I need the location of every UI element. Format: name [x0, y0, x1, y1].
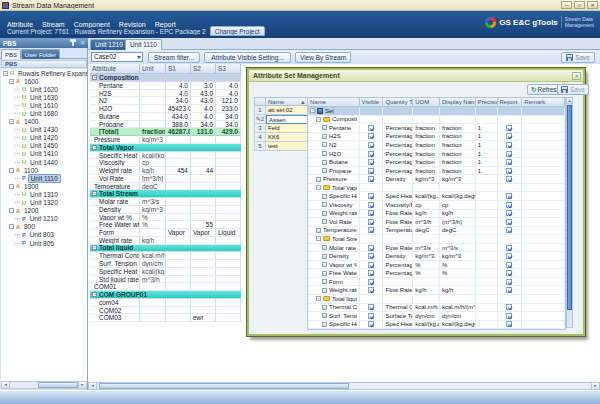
report-cell[interactable]: [498, 167, 523, 176]
scroll-right-icon[interactable]: ►: [591, 383, 599, 389]
unit-cell[interactable]: cp: [140, 159, 166, 167]
tree-item-unit-1680[interactable]: UUnit 1680: [1, 109, 87, 117]
tree-item-unit-1210[interactable]: PUnit 1210: [1, 215, 87, 223]
unit-cell[interactable]: m^3/s: [140, 198, 166, 206]
expand-icon[interactable]: -: [92, 292, 97, 297]
change-project-button[interactable]: Change Project: [210, 26, 265, 36]
checkbox-checked-icon[interactable]: [368, 279, 374, 285]
set-list-row-assen[interactable]: ✎2Assen: [254, 115, 308, 124]
attribute-row-n2[interactable]: N2Percentagefractionfraction1: [308, 141, 565, 150]
precision-cell[interactable]: [476, 295, 498, 304]
checkbox-checked-icon[interactable]: [368, 193, 374, 199]
tree-item-unit-1410[interactable]: UUnit 1410: [1, 150, 87, 158]
close-icon[interactable]: ✕: [587, 1, 598, 9]
uom-cell[interactable]: dyn/cm: [413, 312, 440, 321]
report-cell[interactable]: [498, 141, 523, 150]
tree-item-1300[interactable]: -A1300: [1, 182, 87, 190]
visible-cell[interactable]: [360, 167, 384, 176]
report-cell[interactable]: [498, 286, 523, 295]
value-cell-s2[interactable]: [191, 214, 216, 222]
value-cell-s3[interactable]: 34.0: [216, 121, 241, 129]
value-cell-s1[interactable]: [166, 221, 191, 229]
attribute-name-cell[interactable]: Density: [308, 252, 360, 261]
value-cell-s2[interactable]: 4.0: [191, 105, 216, 113]
visible-cell[interactable]: [360, 244, 384, 253]
tree-item-unit-1420[interactable]: UUnit 1420: [1, 134, 87, 142]
attribute-name-cell[interactable]: H2S: [308, 133, 360, 142]
attribute-row-set[interactable]: -Set: [308, 107, 565, 116]
qtype-cell[interactable]: Percentage: [383, 261, 413, 270]
unit-cell[interactable]: kg/h: [140, 237, 166, 245]
uom-cell[interactable]: %: [413, 269, 440, 278]
expand-icon[interactable]: -: [9, 168, 14, 173]
unit-cell[interactable]: %: [140, 221, 166, 229]
scroll-left-icon[interactable]: ◄: [2, 382, 10, 388]
attribute-row-h2o[interactable]: H2OPercentagefractionfraction1: [308, 150, 565, 159]
value-cell-s3[interactable]: [216, 252, 241, 260]
scroll-thumb[interactable]: [99, 383, 349, 389]
unit-cell[interactable]: kg/m^3: [140, 206, 166, 214]
checkbox-checked-icon[interactable]: [506, 176, 512, 182]
qtype-cell[interactable]: Percentage: [383, 124, 413, 133]
precision-cell[interactable]: [476, 218, 498, 227]
unit-cell[interactable]: [140, 314, 166, 322]
attribute-name-cell[interactable]: Vapor wt %: [308, 261, 360, 270]
precision-cell[interactable]: 1: [476, 150, 498, 159]
panel-tab-user-folder[interactable]: User Folder: [21, 49, 60, 59]
report-cell[interactable]: [498, 158, 523, 167]
report-cell[interactable]: [498, 278, 523, 287]
column-header-name[interactable]: Name: [308, 98, 360, 107]
qtype-cell[interactable]: [383, 278, 413, 287]
value-cell-s2[interactable]: [191, 307, 216, 315]
remark-cell[interactable]: [522, 244, 565, 253]
visible-cell[interactable]: [360, 107, 384, 116]
case-select[interactable]: Case02: [91, 52, 143, 62]
value-cell-s2[interactable]: Vapor: [191, 229, 216, 237]
value-cell-s3[interactable]: [216, 198, 241, 206]
column-header-precision[interactable]: Precision: [476, 98, 498, 107]
value-cell-s3[interactable]: [216, 307, 241, 315]
qtype-cell[interactable]: Temperature: [383, 227, 413, 236]
value-cell-s2[interactable]: 43.0: [191, 97, 216, 105]
attribute-cell[interactable]: H2S: [90, 90, 140, 98]
value-cell-s1[interactable]: 434.0: [166, 113, 191, 121]
visible-cell[interactable]: [360, 269, 384, 278]
value-cell-s1[interactable]: 34.0: [166, 97, 191, 105]
attribute-row-butane[interactable]: ButanePercentagefractionfraction1: [308, 158, 565, 167]
attribute-cell[interactable]: Molar rate: [90, 198, 140, 206]
uom-cell[interactable]: kg/h: [413, 286, 440, 295]
precision-cell[interactable]: [476, 107, 498, 116]
qtype-cell[interactable]: Spec Heat Cap...: [383, 321, 413, 330]
unit-cell[interactable]: [140, 82, 166, 90]
set-name-cell[interactable]: Feld: [266, 124, 308, 133]
qtype-cell[interactable]: Flow Rate (Vol): [383, 244, 413, 253]
set-list-row-feld[interactable]: 3Feld: [254, 124, 308, 133]
tree-item-unit-1630[interactable]: UUnit 1630: [1, 93, 87, 101]
precision-cell[interactable]: 1: [476, 141, 498, 150]
uom-cell[interactable]: kg/m^3: [413, 175, 440, 184]
precision-cell[interactable]: [476, 269, 498, 278]
visible-cell[interactable]: [360, 312, 384, 321]
tree-item-1400[interactable]: -A1400: [1, 118, 87, 126]
remark-cell[interactable]: [522, 192, 565, 201]
checkbox-checked-icon[interactable]: [368, 227, 374, 233]
display-cell[interactable]: kcal/(kg.degC): [440, 321, 476, 330]
qtype-cell[interactable]: Flow Rate (Mass): [383, 210, 413, 219]
precision-cell[interactable]: [476, 201, 498, 210]
main-save-button[interactable]: Save: [561, 52, 595, 63]
checkbox-checked-icon[interactable]: [368, 245, 374, 251]
attribute-cell[interactable]: Viscosity: [90, 159, 140, 167]
unit-cell[interactable]: [140, 229, 166, 237]
value-cell-s3[interactable]: 233.0: [216, 105, 241, 113]
unit-cell[interactable]: kg/h: [140, 167, 166, 175]
display-cell[interactable]: [440, 295, 476, 304]
value-cell-s2[interactable]: 4.0: [191, 113, 216, 121]
attribute-row-free-wate[interactable]: Free Wate...Percentage%%: [308, 269, 565, 278]
uom-cell[interactable]: kcal/(kg...: [413, 192, 440, 201]
checkbox-checked-icon[interactable]: [506, 253, 512, 259]
value-cell-s3[interactable]: [216, 237, 241, 245]
attribute-name-cell[interactable]: Thermal C...: [308, 304, 360, 313]
value-cell-s3[interactable]: 121.0: [216, 97, 241, 105]
attribute-cell[interactable]: Density: [90, 206, 140, 214]
unit-cell[interactable]: degC: [140, 183, 166, 191]
